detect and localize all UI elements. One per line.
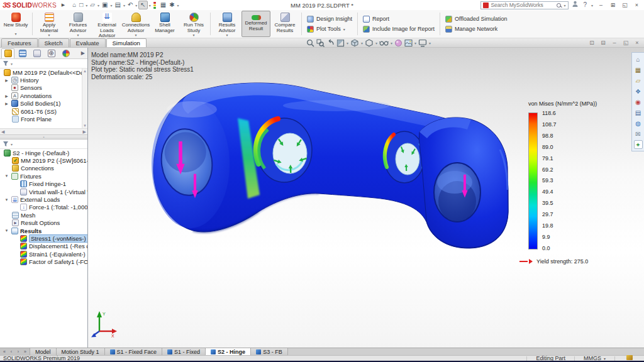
ribbon-button-plot-tools[interactable]: Plot Tools▾	[307, 26, 352, 33]
ribbon-button-offloaded-simulation[interactable]: Offloaded Simulation	[445, 16, 507, 23]
study-item-virtual-wall[interactable]: Virtual wall-1 (-Virtual Wall<MM	[0, 188, 87, 195]
units-selector[interactable]: MMGS▾	[574, 356, 614, 362]
panel-splitter[interactable]: •	[0, 134, 87, 140]
display-style-icon[interactable]	[365, 39, 374, 47]
collapse-icon[interactable]: ▼	[4, 174, 9, 178]
tab-propertymanager[interactable]	[16, 48, 29, 58]
ribbon-button-compare-results[interactable]: Compare Results	[270, 11, 299, 37]
bottom-tab-s3-fb[interactable]: S3 - FB	[251, 348, 288, 355]
first-tab-icon[interactable]: «	[1, 349, 8, 354]
minimize-button[interactable]: –	[596, 1, 606, 9]
scroll-up-icon[interactable]: ▲	[83, 69, 87, 73]
study-item-external-loads[interactable]: ▼ ⇊ External Loads	[0, 195, 87, 203]
bottom-tab-model[interactable]: Model	[30, 348, 57, 355]
zoom-to-fit-icon[interactable]	[306, 39, 314, 47]
ribbon-button-include-image-for-report[interactable]: Include Image for Report	[363, 26, 435, 33]
tab-simulation[interactable]: Simulation	[106, 38, 147, 47]
tree-horizontal-scrollbar[interactable]: ◀ ▶	[0, 128, 87, 134]
tree-filter[interactable]: ▾	[0, 59, 87, 69]
undo-caret[interactable]: ▾	[135, 3, 138, 8]
tree-item-front-plane[interactable]: Front Plane	[0, 115, 87, 123]
tree-item-material[interactable]: 6061-T6 (SS)	[0, 107, 87, 115]
ribbon-button-deformed-result[interactable]: Deformed Result	[242, 11, 270, 37]
scroll-right-icon[interactable]: ▶	[83, 129, 86, 134]
hide-show-items-icon[interactable]	[379, 39, 389, 47]
study-item-strain1[interactable]: Strain1 (-Equivalent-)	[0, 250, 87, 258]
view-settings-icon[interactable]	[418, 39, 427, 47]
tree-vertical-scrollbar[interactable]: ▲ ▼	[82, 69, 87, 128]
scene-caret-icon[interactable]: ▾	[414, 41, 416, 45]
open-button[interactable]: ▱	[89, 1, 96, 9]
previous-view-icon[interactable]	[326, 39, 335, 47]
expand-icon[interactable]: ▶	[4, 78, 9, 82]
print-button[interactable]: ▤	[113, 1, 121, 9]
options-caret[interactable]: ▾	[177, 3, 180, 8]
forum-icon[interactable]: ◍	[634, 119, 643, 128]
search-input[interactable]	[491, 2, 555, 8]
ribbon-button-connections-advisor[interactable]: Connections Advisor ▾	[121, 11, 150, 37]
tree-item-sensors[interactable]: ● Sensors	[0, 84, 87, 92]
ribbon-button-run-this-study[interactable]: Run This Study ▾	[179, 11, 208, 37]
select-button[interactable]: ↖	[138, 1, 147, 9]
study-item-mesh[interactable]: Mesh	[0, 211, 87, 219]
zoom-to-area-icon[interactable]	[316, 39, 325, 47]
ribbon-button-new-study[interactable]: New Study ▾	[1, 11, 30, 37]
doc-close-button[interactable]: ×	[633, 39, 641, 47]
restore-button[interactable]: ◱	[620, 1, 630, 9]
last-tab-icon[interactable]: »	[22, 349, 28, 354]
study-item-fixed-hinge[interactable]: Fixed Hinge-1	[0, 180, 87, 188]
print-caret[interactable]: ▾	[123, 3, 126, 8]
new-document-button[interactable]: □	[78, 1, 84, 9]
search-icon[interactable]	[557, 3, 561, 8]
study-item-results[interactable]: ▼ Results	[0, 227, 87, 234]
comments-icon[interactable]: ✉	[634, 129, 643, 138]
study-item-displacement1[interactable]: Displacement1 (-Res disp-)	[0, 243, 87, 250]
edit-appearance-icon[interactable]	[394, 39, 402, 47]
study-item-force[interactable]: ↓ Force-1 (:Total: -1,000 N:)	[0, 204, 87, 211]
view-palette-icon[interactable]: ❖	[634, 87, 643, 96]
file-explorer-icon[interactable]: ▱	[634, 76, 643, 85]
panel-tabs-overflow[interactable]: ▶	[81, 50, 86, 56]
tab-configurationmanager[interactable]	[30, 48, 43, 58]
select-caret[interactable]: ▾	[148, 3, 152, 8]
file-properties-button[interactable]: ▦	[159, 1, 167, 9]
next-tab-icon[interactable]: ›	[15, 349, 21, 354]
apply-scene-icon[interactable]	[404, 39, 413, 47]
study-item-fixtures[interactable]: ▼ Fixtures	[0, 172, 87, 180]
menu-flyout-icon[interactable]: ▶	[62, 3, 65, 8]
split-window-icon[interactable]: ⊟	[599, 39, 607, 47]
study-item-result-options[interactable]: ▸ Result Options	[0, 219, 87, 227]
hide-show-caret-icon[interactable]: ▾	[391, 41, 392, 45]
tree-item-root[interactable]: MM 2019 P2 (Default<<Default>_Disp	[0, 69, 87, 76]
tree-item-solid-bodies[interactable]: ▶ Solid Bodies(1)	[0, 100, 87, 107]
ribbon-button-external-loads-advisor[interactable]: ⇊ External Loads Advisor ▾	[92, 11, 121, 37]
tab-features[interactable]: Features	[1, 38, 38, 47]
doc-restore-button[interactable]: ◱	[622, 39, 630, 47]
user-account-icon[interactable]	[571, 1, 579, 9]
tab-evaluate[interactable]: Evaluate	[70, 38, 106, 47]
open-caret[interactable]: ▾	[97, 3, 100, 8]
maximize-button[interactable]: ⊞	[608, 1, 618, 9]
ribbon-button-results-advisor[interactable]: Results Advisor ▾	[213, 11, 242, 37]
ribbon-button-apply-material[interactable]: Apply Material ▾	[35, 11, 64, 37]
tab-displaymanager[interactable]	[59, 48, 72, 58]
ribbon-button-shell-manager[interactable]: Shell Manager	[150, 11, 179, 37]
study-tree-filter[interactable]: ▾	[0, 140, 87, 149]
collapse-icon[interactable]: ▼	[4, 229, 9, 233]
orientation-caret-icon[interactable]: ▾	[361, 41, 363, 45]
study-item-part[interactable]: ✓ MM 2019 P2 (-[SW]6061-T6 (SS)-)	[0, 156, 87, 164]
tab-sketch[interactable]: Sketch	[38, 38, 69, 47]
ribbon-button-fixtures-advisor[interactable]: Fixtures Advisor ▾	[64, 11, 92, 37]
graphics-viewport[interactable]: Model name:MM 2019 P2 Study name:S2 - Hi…	[88, 48, 644, 348]
custom-properties-icon[interactable]: ▤	[634, 108, 643, 117]
new-window-icon[interactable]: ⊡	[588, 39, 596, 47]
help-button[interactable]: ?	[582, 1, 588, 9]
section-view-icon[interactable]	[336, 39, 345, 47]
help-caret[interactable]: ▾	[591, 3, 594, 8]
bottom-tab-motion-study[interactable]: Motion Study 1	[57, 348, 105, 355]
view-settings-caret-icon[interactable]: ▾	[429, 41, 431, 45]
doc-minimize-button[interactable]: –	[611, 39, 618, 47]
collapse-icon[interactable]: ▼	[4, 198, 9, 202]
study-item-stress1[interactable]: Stress1 (-vonMises-)	[0, 234, 87, 242]
tree-item-history[interactable]: ▶ ◷ History	[0, 76, 87, 84]
